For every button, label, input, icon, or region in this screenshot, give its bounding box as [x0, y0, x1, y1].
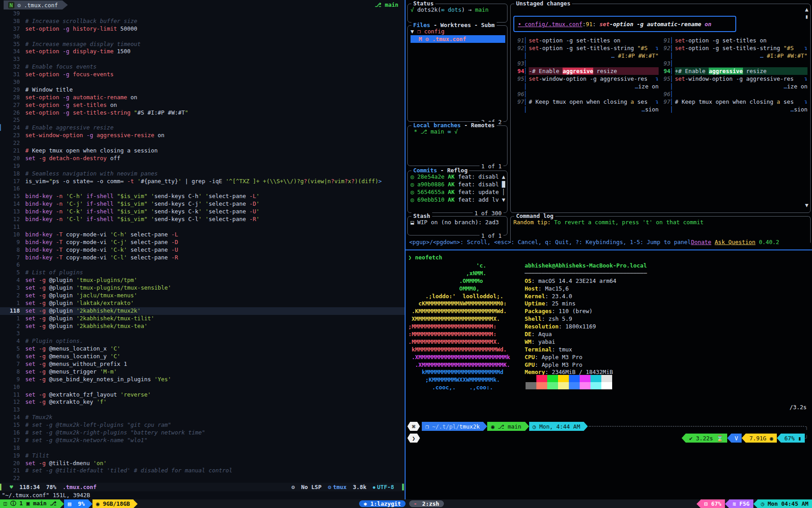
lazygit-unstaged-panel[interactable]: Unstaged changes • config/.tmux.conf:91:… [510, 4, 811, 213]
editor-lines[interactable]: 39 38# Increase scrollback buffer size 3… [0, 10, 405, 482]
lazygit-branches-panel[interactable]: Local branches - Remotes * ⎇ main ∞ √ 1 … [407, 125, 508, 166]
scrollbar-thumb[interactable]: ▮ [805, 13, 808, 20]
tmux-bar-segment: ≋ F5G [729, 499, 753, 508]
list-item[interactable]: ▼ ❐ config [411, 28, 505, 35]
editor-line[interactable]: 1set -g @plugin '2kabhishek/tmux-tilit' [0, 315, 405, 323]
editor-line[interactable]: 4set -g @plugin 'tmux-plugins/tpm' [0, 277, 405, 284]
editor-line[interactable]: 3set -g @plugin 'tmux-plugins/tmux-sensi… [0, 284, 405, 292]
editor-line[interactable]: 3 [0, 330, 405, 337]
list-item[interactable]: ◎ a90b0886 AK feat: disabl█ [411, 180, 505, 188]
editor-line[interactable]: 21# set -g @tilit-default 'tiled' # disa… [0, 467, 405, 475]
editor-line[interactable]: 37set-option -g history-limit 50000 [0, 25, 405, 33]
editor-line[interactable]: 19# Tilit [0, 452, 405, 460]
editor-line[interactable]: 23set-window-option -g aggressive-resize… [0, 132, 405, 139]
editor-line[interactable]: 6 [0, 261, 405, 269]
scrollbar-glyph[interactable]: │ [501, 188, 505, 196]
stash-row[interactable]: ⬓ WIP on (no branch): 2ad3 [411, 218, 505, 226]
buffer-tab[interactable]: N ⚙ .tmux.conf [4, 0, 68, 9]
editor-line[interactable]: 5# List of plugins [0, 269, 405, 277]
lazygit-status-panel[interactable]: Status √ dots2k(∞ dots) → main [407, 4, 508, 23]
editor-line[interactable]: 5set -g @menus_location_x 'C' [0, 345, 405, 353]
list-item[interactable]: ◎ 5654655a AK feat: update│ [411, 188, 505, 196]
editor-line[interactable]: 22 [0, 475, 405, 482]
lazygit-stash-panel[interactable]: Stash ⬓ WIP on (no branch): 2ad3 1 of 1 [407, 216, 508, 236]
editor-line[interactable]: 8bind-key -T copy-mode-vi 'C-k' select-p… [0, 246, 405, 254]
editor-line[interactable]: 34set-option -g display-time 1500 [0, 48, 405, 55]
editor-line[interactable]: 12set -g @extrakto_key 'f' [0, 398, 405, 406]
editor-line[interactable]: 36 [0, 33, 405, 41]
list-item[interactable]: ◎ 28e54a2e AK feat: disabl▲ [411, 173, 505, 180]
editor-line[interactable]: 7set -g @menus_without_prefix 1 [0, 360, 405, 368]
editor-line[interactable]: 28set-option -g automatic-rename on [0, 94, 405, 102]
editor-line[interactable]: 12bind-key -n 'C-l' if-shell "$is_vim" '… [0, 216, 405, 223]
editor-line[interactable]: 31set-option -g focus-events [0, 71, 405, 79]
editor-line[interactable]: 9bind-key -T copy-mode-vi 'C-j' select-p… [0, 239, 405, 246]
scrollbar-glyph[interactable]: ▼ [501, 196, 505, 203]
editor-line[interactable]: 118set -g @plugin '2kabhishek/tmux2k' [0, 307, 405, 315]
scroll-up-arrow[interactable]: ▲ [805, 6, 808, 13]
tmux-window-tab-2-zsh[interactable]: - 2:zsh [409, 500, 444, 507]
editor-line[interactable]: 17is_vim="ps -o state= -o comm= -t '#{pa… [0, 178, 405, 185]
nvim-pane[interactable]: N ⚙ .tmux.conf ⎇ main 39 38# Increase sc… [0, 0, 405, 499]
editor-line[interactable]: 2set -g @plugin 'jaclu/tmux-menus' [0, 292, 405, 300]
scrollbar-glyph[interactable]: █ [501, 180, 505, 188]
editor-line[interactable]: 21# Keep tmux open when closing a sessio… [0, 147, 405, 155]
editor-line[interactable]: 13bind-key -n 'C-k' if-shell "$is_vim" '… [0, 208, 405, 216]
editor-line[interactable]: 7bind-key -T copy-mode-vi 'C-l' select-p… [0, 254, 405, 262]
editor-line[interactable]: 4# Plugin options. [0, 337, 405, 345]
prompt-line-input[interactable]: ❯ ✔ 3.22s ⌛V7.91G ◉67% ▮ ╯ [407, 434, 808, 443]
editor-line[interactable]: 18 [0, 444, 405, 452]
editor-line[interactable]: 20set -g detach-on-destroy off [0, 155, 405, 162]
editor-line[interactable]: 25 [0, 116, 405, 124]
editor-line[interactable]: 10 [0, 383, 405, 391]
editor-line[interactable]: 19 [0, 162, 405, 170]
editor-line[interactable]: 15# set -g @tmux2k-left-plugins "git cpu… [0, 421, 405, 429]
editor-line[interactable]: ▎24# Enable aggressive resize [0, 124, 405, 132]
editor-line[interactable]: 6set -g @menus_location_y 'C' [0, 353, 405, 360]
editor-line[interactable]: 16 [0, 185, 405, 193]
editor-line[interactable]: 17# set -g @tmux2k-network-name "wlo1" [0, 437, 405, 444]
editor-line[interactable]: 11 [0, 223, 405, 231]
scroll-down-arrow[interactable]: ▼ [805, 202, 808, 208]
scrollbar-glyph[interactable]: ▲ [501, 173, 505, 180]
tmux-window-tab-1-lazygit[interactable]: ✱ 1:lazygit [359, 500, 406, 507]
editor-line[interactable]: 27set-option -g set-titles on [0, 102, 405, 109]
editor-line[interactable]: 26set-option -g set-titles-string "#S #I… [0, 109, 405, 117]
editor-line[interactable]: 8set -g @menus_trigger 'M-m' [0, 368, 405, 376]
lazygit-files-panel[interactable]: Files - Worktrees - Subm ▼ ❐ configM ⚙ .… [407, 25, 508, 122]
selected-file-row[interactable]: M ⚙ .tmux.conf [411, 35, 505, 43]
editor-line[interactable]: 9set -g @use_bind_key_notes_in_plugins '… [0, 376, 405, 383]
editor-line[interactable]: 13 [0, 406, 405, 414]
editor-line[interactable]: 11set -g @extrakto_fzf_layout 'reverse' [0, 391, 405, 399]
zsh-pane[interactable]: ❯ neofetch 'c. ,xNMM. .OMMMMo OMMM0, .;l… [406, 250, 812, 499]
editor-line[interactable]: 29# Window title [0, 86, 405, 94]
neofetch-host-title: abhishek@Abhisheks-MacBook-Pro.local [525, 262, 647, 270]
editor-line[interactable]: 18# Seamless navigation with neovim pane… [0, 170, 405, 178]
editor-line[interactable]: 22 [0, 139, 405, 147]
editor-line[interactable]: 14# Tmux2k [0, 414, 405, 421]
editor-line[interactable]: 33 [0, 55, 405, 63]
random-tip-row: Random tip: To revert a commit, press 't… [513, 218, 808, 226]
editor-line[interactable]: 16# set -g @tmux2k-right-plugins "batter… [0, 429, 405, 437]
list-item[interactable]: * ⎇ main ∞ √ [411, 128, 505, 135]
nvim-cmdline: "~/.tmux.conf" 151L, 3942B [2, 492, 90, 499]
editor-line[interactable]: 30 [0, 79, 405, 86]
lazygit-keybindings-bar[interactable]: <pgup>/<pgdown>: Scroll, <esc>: Cancel, … [409, 239, 810, 245]
editor-line[interactable]: 15bind-key -n 'C-h' if-shell "$is_vim" '… [0, 193, 405, 200]
diff-file-header[interactable]: • config/.tmux.conf:91: set-option -g au… [513, 16, 736, 32]
editor-line[interactable]: 10bind-key -T copy-mode-vi 'C-h' select-… [0, 231, 405, 239]
editor-line[interactable]: 14bind-key -n 'C-j' if-shell "$is_vim" '… [0, 200, 405, 208]
neofetch-field: GPU: Apple M3 Pro [525, 361, 647, 369]
lazygit-commits-panel[interactable]: Commits - Reflog ◎ 28e54a2e AK feat: dis… [407, 171, 508, 213]
editor-line[interactable]: 39 [0, 10, 405, 18]
editor-line[interactable]: 35# Increase message display timeout [0, 41, 405, 48]
editor-line[interactable]: 32# Enable focus events [0, 63, 405, 71]
editor-line[interactable]: 20set -g @tilit-dmenu 'on' [0, 460, 405, 467]
list-item[interactable]: ◎ 69ebb510 AK feat: add lv▼ [411, 196, 505, 203]
editor-line[interactable]: 38# Increase scrollback buffer size [0, 18, 405, 25]
lazygit-pane[interactable]: Status √ dots2k(∞ dots) → main Files - W… [406, 0, 812, 249]
lsp-status: No LSP [301, 484, 322, 490]
git-branch-icon: ⎇ [375, 1, 381, 8]
editor-line[interactable]: 1set -g @plugin 'laktak/extrakto' [0, 300, 405, 307]
editor-line[interactable]: 2set -g @plugin '2kabhishek/tmux-tea' [0, 323, 405, 330]
